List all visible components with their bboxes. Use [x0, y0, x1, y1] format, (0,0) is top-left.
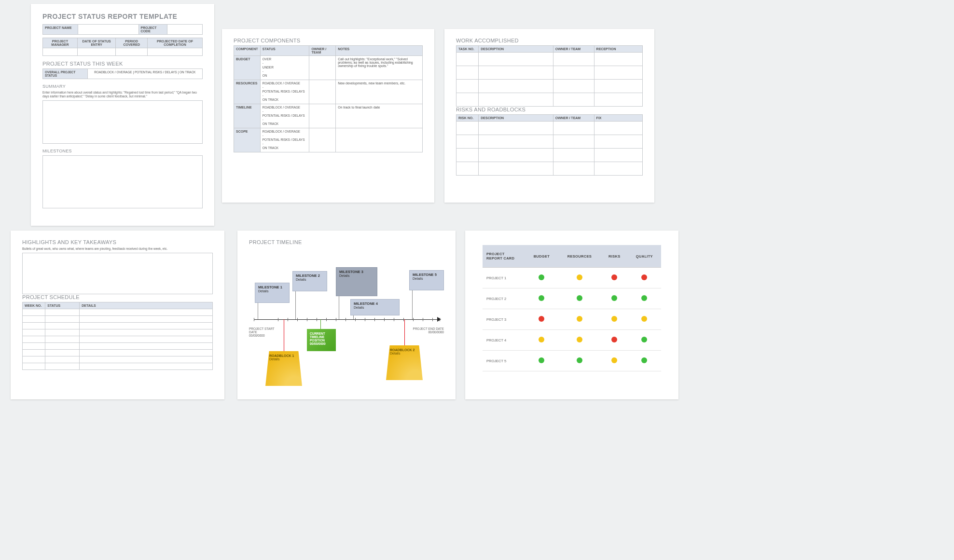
status-dot-icon	[641, 357, 647, 363]
work-title: WORK ACCOMPLISHED	[456, 38, 643, 43]
arrow-icon	[437, 317, 441, 322]
page-status-report: PROJECT STATUS REPORT TEMPLATE PROJECT N…	[31, 4, 214, 226]
milestone-2-box: MILESTONE 2Details	[292, 271, 327, 291]
overall-status-label: OVERALL PROJECT STATUS	[43, 69, 88, 79]
milestone-4-box: MILESTONE 4Details	[350, 299, 400, 315]
status-dot-icon	[611, 316, 617, 322]
report-card-row: PROJECT 4	[483, 330, 661, 351]
summary-note: Enter information here about overall sta…	[42, 91, 203, 98]
report-card-row: PROJECT 2	[483, 288, 661, 309]
report-card-row: PROJECT 1	[483, 268, 661, 288]
project-code-label: PROJECT CODE	[138, 25, 167, 35]
highlights-note: Bullets of great work, who owns what, wh…	[22, 247, 213, 251]
status-dot-icon	[539, 316, 544, 322]
timeline-title: PROJECT TIMELINE	[249, 239, 444, 245]
start-date-label: PROJECT START DATE00/00/0000	[249, 327, 283, 337]
meta-h-2: PERIOD COVERED	[116, 38, 147, 48]
components-table: COMPONENT STATUS OWNER / TEAM NOTES BUDG…	[234, 45, 423, 152]
page-timeline: PROJECT TIMELINE MILESTONE 1Details MILE…	[237, 231, 456, 399]
roadblock-2-line	[404, 319, 405, 345]
status-dot-icon	[577, 295, 582, 301]
status-dot-icon	[641, 274, 647, 280]
page-highlights-schedule: HIGHLIGHTS AND KEY TAKEAWAYS Bullets of …	[11, 231, 224, 399]
risks-title: RISKS AND ROADBLOCKS	[456, 107, 643, 112]
milestones-box[interactable]	[42, 155, 203, 208]
status-options: ROADBLOCK / OVERAGE | POTENTIAL RISKS / …	[87, 69, 202, 79]
status-dot-icon	[641, 295, 647, 301]
roadblock-1-box: ROADBLOCK 1Details	[265, 351, 302, 386]
timeline-diagram: MILESTONE 1Details MILESTONE 2Details MI…	[249, 248, 444, 383]
status-row-table: OVERALL PROJECT STATUSROADBLOCK / OVERAG…	[42, 68, 203, 79]
report-card-row: PROJECT 5	[483, 351, 661, 371]
schedule-title: PROJECT SCHEDULE	[22, 294, 213, 300]
current-position-box: CURRENT TIMELINE POSITION 00/00/0000	[307, 329, 336, 351]
name-code-table: PROJECT NAMEPROJECT CODE	[42, 24, 203, 35]
page-components: PROJECT COMPONENTS COMPONENT STATUS OWNE…	[222, 29, 434, 203]
status-dot-icon	[577, 337, 582, 342]
meta-h-3: PROJECTED DATE OF COMPLETION	[147, 38, 202, 48]
summary-title: SUMMARY	[42, 84, 203, 89]
status-dot-icon	[539, 337, 544, 342]
meta-table: PROJECT MANAGER DATE OF STATUS ENTRY PER…	[42, 38, 203, 56]
status-dot-icon	[539, 295, 544, 301]
schedule-table: WEEK NO.STATUSDETAILS	[22, 302, 213, 370]
project-name-label: PROJECT NAME	[43, 25, 78, 35]
summary-box[interactable]	[42, 100, 203, 144]
end-date-label: PROJECT END DATE00/00/0000	[410, 327, 444, 334]
roadblock-1-line	[284, 319, 284, 351]
status-dot-icon	[611, 337, 617, 342]
status-dot-icon	[577, 357, 582, 363]
status-dot-icon	[577, 274, 582, 280]
report-card-header: PROJECT REPORT CARD	[483, 245, 525, 268]
work-table: TASK NO.DESCRIPTIONOWNER / TEAMRECEPTION	[456, 45, 643, 107]
milestone-1-box: MILESTONE 1Details	[255, 283, 290, 303]
status-dot-icon	[577, 316, 582, 322]
page-report-card: PROJECT REPORT CARD BUDGET RESOURCES RIS…	[465, 231, 678, 399]
report-title: PROJECT STATUS REPORT TEMPLATE	[42, 13, 203, 20]
timeline-axis	[254, 319, 439, 320]
status-dot-icon	[539, 274, 544, 280]
report-card-table: PROJECT REPORT CARD BUDGET RESOURCES RIS…	[483, 245, 661, 371]
milestones-title: MILESTONES	[42, 149, 203, 153]
meta-h-1: DATE OF STATUS ENTRY	[77, 38, 116, 48]
components-title: PROJECT COMPONENTS	[234, 38, 423, 43]
status-dot-icon	[641, 316, 647, 322]
status-dot-icon	[641, 337, 647, 342]
risks-table: RISK NO.DESCRIPTIONOWNER / TEAMFIX	[456, 114, 643, 176]
roadblock-2-box: ROADBLOCK 2Details	[386, 345, 423, 380]
project-name-field[interactable]	[78, 25, 138, 35]
current-line	[320, 319, 321, 329]
page-work-risks: WORK ACCOMPLISHED TASK NO.DESCRIPTIONOWN…	[444, 29, 654, 203]
status-dot-icon	[611, 274, 617, 280]
status-dot-icon	[539, 357, 544, 363]
status-dot-icon	[611, 357, 617, 363]
project-code-field[interactable]	[167, 25, 203, 35]
highlights-box[interactable]	[22, 253, 213, 294]
milestone-3-box: MILESTONE 3Details	[336, 267, 377, 296]
status-dot-icon	[611, 295, 617, 301]
status-week-title: PROJECT STATUS THIS WEEK	[42, 61, 203, 67]
meta-h-0: PROJECT MANAGER	[43, 38, 78, 48]
report-card-row: PROJECT 3	[483, 309, 661, 330]
highlights-title: HIGHLIGHTS AND KEY TAKEAWAYS	[22, 239, 213, 245]
milestone-5-box: MILESTONE 5Details	[409, 270, 444, 290]
